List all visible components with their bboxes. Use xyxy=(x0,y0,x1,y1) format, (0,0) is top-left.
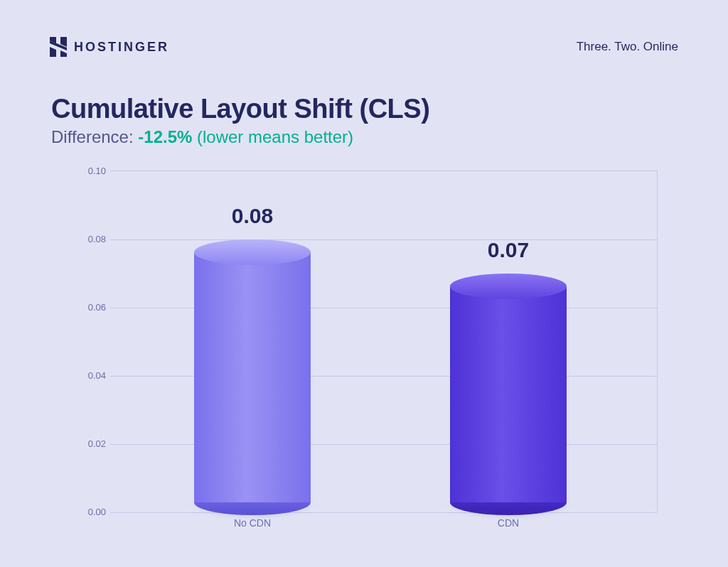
chart-title: Cumulative Layout Shift (CLS) xyxy=(51,94,429,124)
bar-top-cap xyxy=(194,239,311,265)
bar-cdn xyxy=(450,274,567,512)
gridline xyxy=(110,512,657,513)
value-label-no-cdn: 0.08 xyxy=(232,204,273,228)
gridline xyxy=(110,444,657,445)
title-block: Cumulative Layout Shift (CLS) Difference… xyxy=(51,94,429,147)
gridline xyxy=(110,308,657,308)
difference-note: (lower means better) xyxy=(192,127,353,146)
xtick-no-cdn: No CDN xyxy=(234,517,271,529)
ytick-1: 0.02 xyxy=(75,438,106,449)
gridline xyxy=(110,239,657,240)
plot-area: 0.08 0.07 xyxy=(110,171,658,512)
difference-value: -12.5% xyxy=(138,127,192,146)
header: HOSTINGER Three. Two. Online xyxy=(50,37,678,57)
svg-marker-2 xyxy=(50,47,56,57)
ytick-4: 0.08 xyxy=(75,234,106,244)
tagline: Three. Two. Online xyxy=(577,40,678,54)
ytick-3: 0.06 xyxy=(75,302,106,313)
subtitle-prefix: Difference: xyxy=(51,127,138,146)
ytick-0: 0.00 xyxy=(75,507,106,517)
bar-no-cdn xyxy=(194,239,311,512)
hostinger-logo-icon xyxy=(50,37,67,57)
bar-top-cap xyxy=(450,274,567,299)
value-label-cdn: 0.07 xyxy=(488,238,529,262)
bar-body xyxy=(194,252,311,502)
brand: HOSTINGER xyxy=(50,37,169,57)
chart-subtitle: Difference: -12.5% (lower means better) xyxy=(51,127,429,147)
ytick-2: 0.04 xyxy=(75,370,106,381)
bar-chart: 0.00 0.02 0.04 0.06 0.08 0.10 0.08 0.07 … xyxy=(75,171,658,533)
xtick-cdn: CDN xyxy=(498,517,519,529)
svg-marker-3 xyxy=(60,50,67,57)
bar-body xyxy=(450,286,567,502)
brand-name: HOSTINGER xyxy=(74,40,169,55)
ytick-5: 0.10 xyxy=(75,166,106,176)
gridline xyxy=(110,376,657,377)
